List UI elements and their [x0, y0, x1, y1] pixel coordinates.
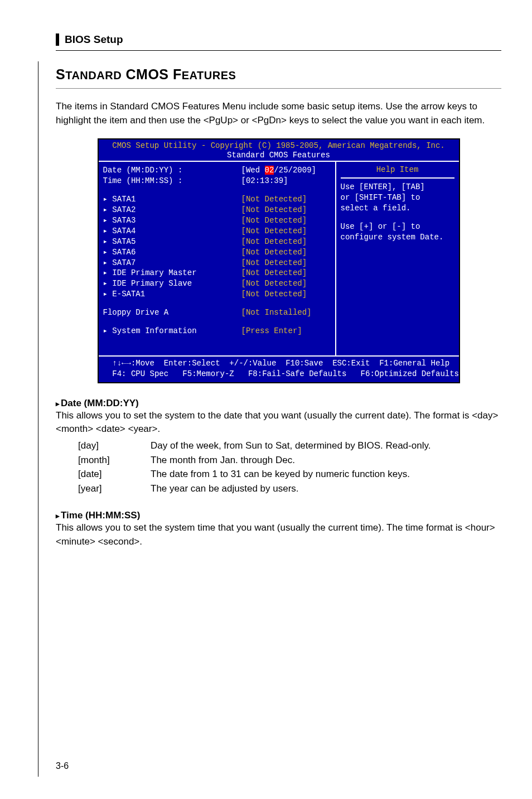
bios-time-row[interactable]: Time (HH:MM:SS) : [02:13:39] — [103, 176, 331, 186]
def-month: [month]The month from Jan. through Dec. — [78, 453, 501, 468]
bios-sata7[interactable]: ▸ SATA7[Not Detected] — [103, 258, 331, 268]
v: [Not Detected] — [241, 289, 331, 300]
bios-sata5[interactable]: ▸ SATA5[Not Detected] — [103, 237, 331, 247]
caret-icon: ▸ — [56, 399, 60, 408]
spacer — [103, 336, 331, 352]
date-section-head: ▸Date (MM:DD:YY) — [56, 398, 501, 409]
header-title: BIOS Setup — [65, 33, 123, 46]
footer-line-2: F4: CPU Spec F5:Memory-Z F8:Fail-Safe De… — [103, 369, 454, 379]
l: ▸ SATA2 — [103, 205, 241, 215]
bios-time-value: [02:13:39] — [241, 176, 331, 186]
v: [Not Detected] — [241, 205, 331, 215]
date-section-desc: This allows you to set the system to the… — [56, 409, 501, 436]
d: The year can be adjusted by users. — [151, 482, 501, 496]
l: Floppy Drive A — [103, 307, 241, 318]
l: ▸ SATA1 — [103, 194, 241, 205]
l: ▸ SATA5 — [103, 237, 241, 247]
l: ▸ SATA3 — [103, 215, 241, 226]
bios-help-title: Help Item — [341, 165, 454, 174]
def-year: [year]The year can be adjusted by users. — [78, 482, 501, 496]
bios-sata4[interactable]: ▸ SATA4[Not Detected] — [103, 226, 331, 237]
v: [Not Detected] — [241, 194, 331, 205]
bios-help-body: Use [ENTER], [TAB] or [SHIFT-TAB] to sel… — [341, 177, 454, 242]
bios-date-label: Date (MM:DD:YY) : — [103, 165, 241, 176]
v: [Not Detected] — [241, 268, 331, 278]
t: [day] — [78, 439, 151, 453]
bios-sata2[interactable]: ▸ SATA2[Not Detected] — [103, 205, 331, 215]
l: ▸ IDE Primary Master — [103, 268, 241, 278]
v: [Not Installed] — [241, 307, 331, 318]
date-definitions: [day]Day of the week, from Sun to Sat, d… — [78, 439, 501, 495]
def-date: [date]The date from 1 to 31 can be keyed… — [78, 467, 501, 482]
bios-ide-master[interactable]: ▸ IDE Primary Master[Not Detected] — [103, 268, 331, 278]
bios-sata1[interactable]: ▸ SATA1[Not Detected] — [103, 194, 331, 205]
bios-sata6[interactable]: ▸ SATA6[Not Detected] — [103, 247, 331, 258]
v: [Not Detected] — [241, 215, 331, 226]
help-line: or [SHIFT-TAB] to — [341, 192, 454, 203]
t: [year] — [78, 482, 151, 496]
spacer — [103, 318, 331, 326]
bios-sata3[interactable]: ▸ SATA3[Not Detected] — [103, 215, 331, 226]
date-prefix: [Wed — [241, 166, 265, 175]
time-section-head: ▸Time (HH:MM:SS) — [56, 510, 501, 521]
bios-sysinfo[interactable]: ▸ System Information[Press Enter] — [103, 326, 331, 336]
l: ▸ System Information — [103, 326, 241, 336]
v: [Press Enter] — [241, 326, 331, 336]
d: The date from 1 to 31 can be keyed by nu… — [151, 467, 501, 482]
spacer — [103, 186, 331, 194]
date-highlight[interactable]: 02 — [265, 166, 274, 175]
intro-paragraph: The items in Standard CMOS Features Menu… — [56, 100, 501, 127]
bios-left-panel: Date (MM:DD:YY) : [Wed 02/25/2009] Time … — [99, 162, 336, 355]
t: [date] — [78, 467, 151, 482]
def-day: [day]Day of the week, from Sun to Sat, d… — [78, 439, 501, 453]
date-suffix: /25/2009] — [274, 166, 316, 175]
bios-footer: ↑↓←→:Move Enter:Select +/-/:Value F10:Sa… — [99, 357, 459, 382]
bios-subline: Standard CMOS Features — [99, 151, 459, 161]
left-margin-line — [38, 61, 38, 777]
caret-icon: ▸ — [56, 512, 60, 520]
v: [Not Detected] — [241, 278, 331, 289]
v: [Not Detected] — [241, 247, 331, 258]
bios-date-value: [Wed 02/25/2009] — [241, 165, 331, 176]
t: [month] — [78, 453, 151, 468]
help-line: select a field. — [341, 203, 454, 214]
bios-esata1[interactable]: ▸ E-SATA1[Not Detected] — [103, 289, 331, 300]
bios-body: Date (MM:DD:YY) : [Wed 02/25/2009] Time … — [99, 161, 459, 356]
bios-time-label: Time (HH:MM:SS) : — [103, 176, 241, 186]
bios-date-row[interactable]: Date (MM:DD:YY) : [Wed 02/25/2009] — [103, 165, 331, 176]
l: ▸ SATA6 — [103, 247, 241, 258]
l: ▸ E-SATA1 — [103, 289, 241, 300]
main-title: STANDARD CMOS FEATURES — [56, 66, 501, 89]
date-head-text: Date (MM:DD:YY) — [61, 398, 139, 408]
page-number: 3-6 — [56, 761, 69, 771]
spacer — [341, 214, 454, 222]
page-content: BIOS Setup STANDARD CMOS FEATURES The it… — [0, 0, 532, 548]
time-head-text: Time (HH:MM:SS) — [61, 510, 140, 521]
bios-floppy[interactable]: Floppy Drive A[Not Installed] — [103, 307, 331, 318]
time-section-desc: This allows you to set the system time t… — [56, 521, 501, 548]
l: ▸ SATA7 — [103, 258, 241, 268]
bios-screenshot: CMOS Setup Utility - Copyright (C) 1985-… — [98, 138, 460, 383]
spacer — [103, 300, 331, 307]
bios-ide-slave[interactable]: ▸ IDE Primary Slave[Not Detected] — [103, 278, 331, 289]
l: ▸ SATA4 — [103, 226, 241, 237]
help-line: configure system Date. — [341, 232, 454, 243]
help-line: Use [ENTER], [TAB] — [341, 182, 454, 192]
v: [Not Detected] — [241, 226, 331, 237]
help-line: Use [+] or [-] to — [341, 222, 454, 232]
v: [Not Detected] — [241, 258, 331, 268]
header-bar-icon — [56, 33, 59, 46]
d: Day of the week, from Sun to Sat, determ… — [151, 439, 501, 453]
page-header: BIOS Setup — [56, 33, 501, 51]
l: ▸ IDE Primary Slave — [103, 278, 241, 289]
bios-topline: CMOS Setup Utility - Copyright (C) 1985-… — [99, 139, 459, 151]
d: The month from Jan. through Dec. — [151, 453, 501, 468]
footer-line-1: ↑↓←→:Move Enter:Select +/-/:Value F10:Sa… — [103, 358, 454, 369]
bios-help-panel: Help Item Use [ENTER], [TAB] or [SHIFT-T… — [336, 162, 459, 355]
v: [Not Detected] — [241, 237, 331, 247]
